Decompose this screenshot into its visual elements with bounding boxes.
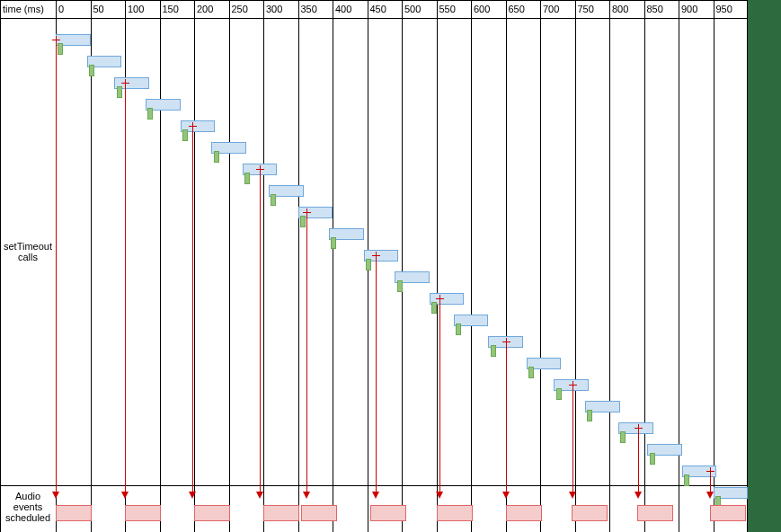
fire-marker-9 bbox=[331, 237, 336, 249]
fire-marker-15 bbox=[528, 367, 534, 378]
tick-label-300: 300 bbox=[266, 4, 282, 14]
audio-event-1 bbox=[125, 505, 161, 521]
left-border bbox=[0, 0, 1, 532]
audio-event-6 bbox=[437, 505, 473, 521]
grid-line-850 bbox=[644, 0, 645, 532]
hline-top bbox=[0, 0, 747, 1]
tick-label-950: 950 bbox=[716, 4, 732, 14]
tick-label-700: 700 bbox=[543, 4, 559, 14]
arrow-line-4 bbox=[306, 212, 307, 492]
grid-line-600 bbox=[471, 0, 472, 532]
grid-line-350 bbox=[298, 0, 299, 532]
tick-label-0: 0 bbox=[58, 4, 64, 14]
row2-label-line2: events bbox=[13, 501, 42, 512]
tick-label-800: 800 bbox=[612, 4, 628, 14]
tick-label-150: 150 bbox=[163, 4, 179, 14]
grid-line-950 bbox=[714, 0, 714, 532]
tick-label-650: 650 bbox=[509, 4, 525, 14]
fire-marker-18 bbox=[620, 431, 626, 443]
grid-line-300 bbox=[263, 0, 264, 532]
tick-label-900: 900 bbox=[681, 4, 697, 14]
grid-line-50 bbox=[91, 0, 92, 532]
tick-label-450: 450 bbox=[370, 4, 386, 14]
fire-marker-10 bbox=[366, 259, 371, 270]
timing-diagram: time (ms) setTimeout calls Audio events … bbox=[0, 0, 781, 532]
tick-label-750: 750 bbox=[578, 4, 594, 14]
fire-marker-17 bbox=[587, 410, 592, 421]
fire-marker-8 bbox=[300, 216, 306, 227]
arrow-line-10 bbox=[710, 471, 711, 492]
fire-marker-20 bbox=[684, 474, 689, 486]
audio-event-7 bbox=[506, 505, 542, 521]
tick-label-500: 500 bbox=[404, 4, 421, 14]
arrow-line-9 bbox=[638, 428, 639, 492]
arrow-line-5 bbox=[376, 255, 377, 492]
grid-line-800 bbox=[609, 0, 610, 532]
fire-marker-0 bbox=[58, 43, 63, 55]
arrow-head-2 bbox=[189, 492, 196, 499]
arrow-line-3 bbox=[260, 169, 261, 492]
audio-event-4 bbox=[301, 505, 337, 521]
fire-marker-1 bbox=[89, 65, 94, 76]
grid-line-250 bbox=[229, 0, 230, 532]
tick-label-350: 350 bbox=[301, 4, 317, 14]
arrow-line-8 bbox=[572, 385, 573, 492]
time-header-label: time (ms) bbox=[0, 4, 56, 14]
grid-line-right bbox=[747, 0, 748, 532]
audio-event-0 bbox=[56, 505, 92, 521]
fire-marker-19 bbox=[650, 453, 655, 465]
arrow-head-4 bbox=[303, 492, 310, 499]
fire-marker-6 bbox=[244, 173, 250, 184]
tick-label-200: 200 bbox=[197, 4, 213, 14]
fire-marker-12 bbox=[431, 302, 437, 314]
audio-event-5 bbox=[370, 505, 406, 521]
hline-row1 bbox=[0, 485, 747, 486]
right-margin-strip bbox=[747, 0, 781, 532]
fire-marker-14 bbox=[491, 345, 496, 357]
audio-event-8 bbox=[572, 505, 608, 521]
arrow-head-6 bbox=[436, 492, 443, 499]
row2-label-line3: scheduled bbox=[5, 512, 50, 523]
fire-marker-5 bbox=[214, 151, 219, 163]
tick-label-100: 100 bbox=[128, 4, 144, 14]
fire-marker-7 bbox=[271, 194, 276, 206]
grid-line-550 bbox=[437, 0, 438, 532]
hline-header bbox=[0, 18, 747, 19]
tick-label-50: 50 bbox=[93, 4, 104, 14]
fire-marker-13 bbox=[456, 324, 461, 335]
arrow-line-1 bbox=[125, 83, 126, 492]
grid-line-500 bbox=[402, 0, 403, 532]
arrow-head-9 bbox=[635, 492, 642, 499]
arrow-line-2 bbox=[192, 126, 193, 492]
tick-label-550: 550 bbox=[439, 4, 456, 14]
tick-label-850: 850 bbox=[647, 4, 663, 14]
audio-event-10 bbox=[710, 505, 746, 521]
fire-marker-3 bbox=[147, 108, 153, 120]
arrow-head-1 bbox=[121, 492, 129, 499]
grid-line-700 bbox=[540, 0, 541, 532]
arrow-head-3 bbox=[256, 492, 263, 499]
audio-event-9 bbox=[637, 505, 673, 521]
arrow-line-6 bbox=[439, 298, 440, 492]
arrow-head-0 bbox=[52, 492, 59, 499]
row-label-settimeout: setTimeout calls bbox=[0, 241, 56, 262]
tick-label-400: 400 bbox=[335, 4, 351, 14]
grid-line-750 bbox=[575, 0, 576, 532]
grid-line-400 bbox=[333, 0, 333, 532]
arrow-line-7 bbox=[506, 341, 507, 492]
row1-label-line1: setTimeout bbox=[4, 241, 52, 252]
arrow-line-0 bbox=[56, 40, 57, 492]
tick-label-250: 250 bbox=[232, 4, 248, 14]
row2-label-line1: Audio bbox=[15, 491, 40, 501]
arrow-head-7 bbox=[502, 492, 510, 499]
audio-event-3 bbox=[263, 505, 299, 521]
grid-line-150 bbox=[160, 0, 161, 532]
fire-marker-2 bbox=[117, 86, 122, 98]
arrow-head-5 bbox=[372, 492, 379, 499]
tick-label-600: 600 bbox=[474, 4, 490, 14]
row1-label-line2: calls bbox=[18, 252, 38, 262]
arrow-head-10 bbox=[706, 492, 714, 499]
grid-line-200 bbox=[194, 0, 195, 532]
fire-marker-4 bbox=[182, 129, 188, 141]
row-label-audio: Audio events scheduled bbox=[0, 491, 56, 523]
